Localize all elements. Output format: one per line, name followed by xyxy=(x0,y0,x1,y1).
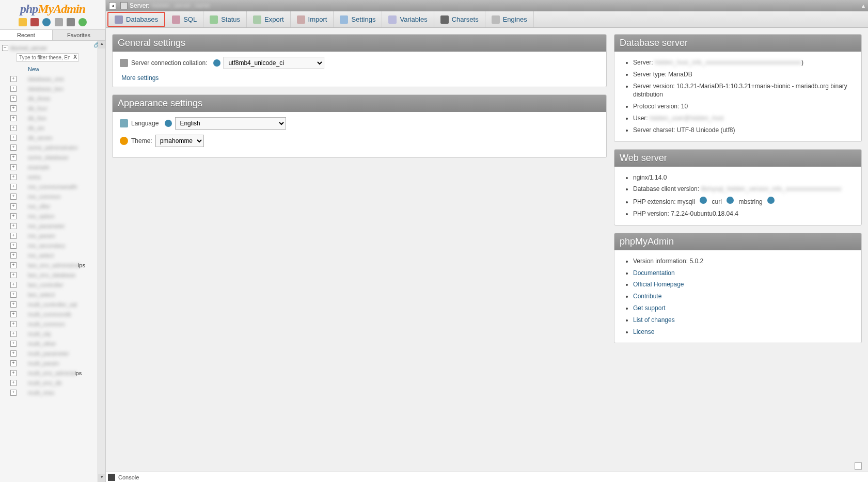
expand-icon[interactable]: + xyxy=(10,115,17,121)
tab-sql[interactable]: SQL xyxy=(166,11,203,27)
sidebar-item-database[interactable]: +me_commonwealth xyxy=(1,182,104,191)
link-contribute[interactable]: Contribute xyxy=(633,293,661,300)
expand-icon[interactable]: + xyxy=(10,252,17,259)
docs-icon[interactable] xyxy=(42,18,51,26)
link-license[interactable]: License xyxy=(633,328,654,335)
sidebar-item-database[interactable]: +extra xyxy=(1,172,104,182)
expand-icon[interactable]: + xyxy=(10,125,17,131)
expand-icon[interactable]: + xyxy=(10,301,17,308)
tab-status[interactable]: Status xyxy=(203,11,247,27)
expand-icon[interactable]: + xyxy=(10,223,17,229)
expand-icon[interactable]: + xyxy=(10,144,17,151)
expand-icon[interactable]: + xyxy=(10,243,17,249)
sidebar-item-database[interactable]: +db_five xyxy=(1,113,104,123)
help-icon[interactable] xyxy=(700,197,707,204)
expand-icon[interactable]: + xyxy=(10,164,17,170)
logout-icon[interactable] xyxy=(30,18,39,26)
tab-favorites[interactable]: Favorites xyxy=(53,30,105,40)
expand-icon[interactable]: + xyxy=(10,105,17,111)
sidebar-item-database[interactable]: +two_env_administratips xyxy=(1,260,104,270)
sidebar-item-database[interactable]: +db_four xyxy=(1,103,104,113)
help-icon[interactable] xyxy=(727,197,734,204)
sidebar-item-database[interactable]: +db_six xyxy=(1,123,104,133)
tab-engines[interactable]: Engines xyxy=(485,11,534,27)
link-get-support[interactable]: Get support xyxy=(633,304,666,312)
tab-settings[interactable]: Settings xyxy=(334,11,382,27)
expand-icon[interactable]: + xyxy=(10,311,17,317)
sidebar-item-database[interactable]: +me_select xyxy=(1,250,104,260)
sidebar-item-database[interactable]: +me_parameter xyxy=(1,221,104,231)
expand-icon[interactable]: + xyxy=(10,380,17,386)
server-name[interactable]: hidden_server_name xyxy=(152,2,210,9)
sidebar-item-database[interactable]: +New xyxy=(1,64,104,74)
sidebar-item-database[interactable]: +me_common xyxy=(1,191,104,201)
home-icon[interactable] xyxy=(19,18,27,26)
expand-icon[interactable]: + xyxy=(10,292,17,298)
expand-icon[interactable]: + xyxy=(10,76,17,82)
expand-icon[interactable]: + xyxy=(10,390,17,396)
nav-sql-icon[interactable] xyxy=(55,18,63,26)
expand-icon[interactable]: + xyxy=(10,262,17,268)
tab-variables[interactable]: Variables xyxy=(382,11,434,27)
logo[interactable]: phpMyAdmin xyxy=(0,0,105,17)
scroll-up-icon[interactable]: ▴ xyxy=(98,41,105,49)
tab-charsets[interactable]: Charsets xyxy=(434,11,485,27)
language-select[interactable]: English xyxy=(175,117,286,130)
tree-root[interactable]: − blurred_server xyxy=(2,45,104,51)
sidebar-item-database[interactable]: +multi_env_db xyxy=(1,378,104,388)
tab-import[interactable]: Import xyxy=(291,11,334,27)
tab-export[interactable]: Export xyxy=(247,11,291,27)
theme-select[interactable]: pmahomme xyxy=(155,135,204,147)
expand-icon[interactable]: + xyxy=(10,154,17,160)
collapse-icon[interactable]: − xyxy=(2,45,8,51)
sidebar-item-database[interactable]: +some_administrator xyxy=(1,142,104,152)
expand-icon[interactable]: + xyxy=(10,360,17,366)
sidebar-item-database[interactable]: +example xyxy=(1,162,104,172)
sidebar-item-database[interactable]: +multi_common xyxy=(1,319,104,329)
expand-icon[interactable]: + xyxy=(10,272,17,278)
sidebar-item-database[interactable]: +multi_param xyxy=(1,358,104,368)
link-list-of-changes[interactable]: List of changes xyxy=(633,316,675,324)
sidebar-item-database[interactable]: +two_select xyxy=(1,290,104,299)
expand-icon[interactable]: + xyxy=(10,350,17,357)
expand-icon[interactable]: + xyxy=(10,135,17,141)
sidebar-item-database[interactable]: +db_three xyxy=(1,93,104,103)
sidebar-item-database[interactable]: +db_seven xyxy=(1,133,104,142)
sidebar-item-database[interactable]: +database_two xyxy=(1,84,104,93)
sidebar-item-database[interactable]: +me_secondary xyxy=(1,240,104,250)
sidebar-item-database[interactable]: +me_option xyxy=(1,211,104,221)
expand-icon[interactable]: + xyxy=(10,233,17,239)
expand-icon[interactable]: + xyxy=(10,203,17,210)
expand-icon[interactable]: + xyxy=(10,194,17,200)
sidebar-item-database[interactable]: +multi_other xyxy=(1,339,104,348)
expand-icon[interactable]: + xyxy=(10,174,17,180)
nav-settings-icon[interactable] xyxy=(67,18,75,26)
link-documentation[interactable]: Documentation xyxy=(633,269,675,277)
tree-scrollbar[interactable]: ▴ ▾ xyxy=(98,41,105,482)
sidebar-item-database[interactable]: +multi_parameter xyxy=(1,348,104,358)
expand-icon[interactable]: + xyxy=(10,341,17,347)
console-bar[interactable]: Console xyxy=(106,472,868,482)
nav-toggle-icon[interactable]: ◂ xyxy=(109,2,116,9)
tab-databases[interactable]: Databases xyxy=(107,12,165,27)
more-settings-link[interactable]: More settings xyxy=(121,74,159,82)
page-settings-icon[interactable] xyxy=(855,462,862,470)
sidebar-item-database[interactable]: +multi_commondb xyxy=(1,309,104,319)
sidebar-item-database[interactable]: +multi_obj xyxy=(1,329,104,339)
expand-icon[interactable]: + xyxy=(10,370,17,376)
reload-icon[interactable] xyxy=(78,18,87,26)
sidebar-item-database[interactable]: +multi_env_administips xyxy=(1,368,104,378)
link-official-homepage[interactable]: Official Homepage xyxy=(633,281,684,288)
filter-input[interactable] xyxy=(17,53,78,62)
sidebar-item-database[interactable]: +two_controller xyxy=(1,280,104,290)
page-collapse-icon[interactable]: ▴ xyxy=(862,2,865,9)
help-icon[interactable] xyxy=(213,59,220,67)
help-icon[interactable] xyxy=(767,197,775,204)
sidebar-item-database[interactable]: +multi_misc xyxy=(1,388,104,397)
expand-icon[interactable]: + xyxy=(10,331,17,337)
scroll-down-icon[interactable]: ▾ xyxy=(98,474,105,482)
help-icon[interactable] xyxy=(165,120,172,127)
expand-icon[interactable]: + xyxy=(10,95,17,102)
sidebar-item-database[interactable]: +multi_controller_sql xyxy=(1,299,104,309)
tab-recent[interactable]: Recent xyxy=(0,30,53,40)
